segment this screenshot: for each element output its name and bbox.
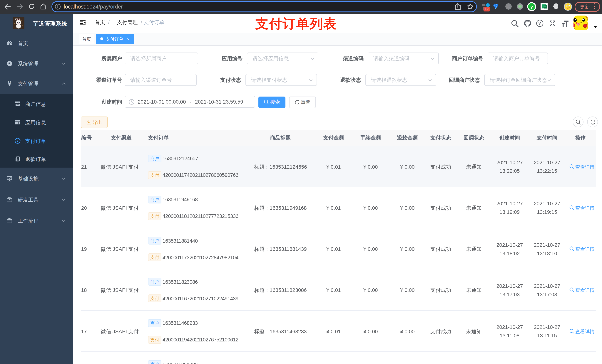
svg-text:?: ?: [538, 21, 541, 26]
svg-text:¥: ¥: [17, 139, 19, 143]
svg-text:y: y: [530, 4, 533, 10]
svg-text:¥: ¥: [7, 80, 11, 87]
svg-text:⌘: ⌘: [506, 4, 511, 9]
